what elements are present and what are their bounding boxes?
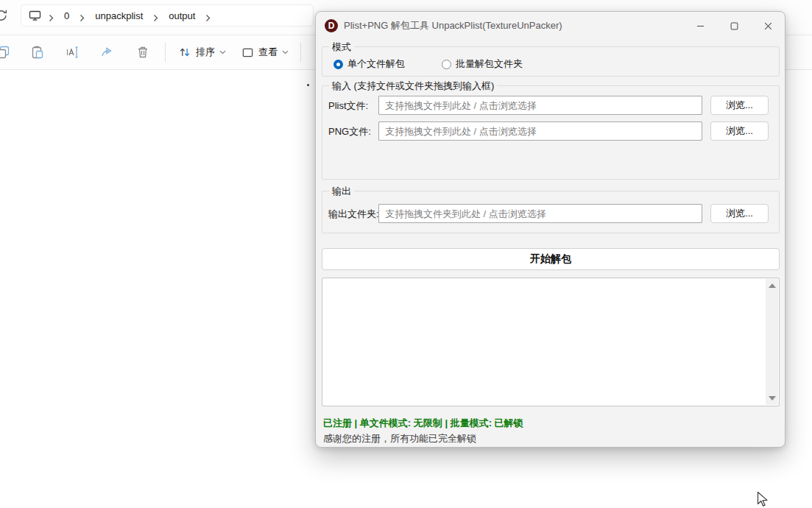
- log-text: [325, 280, 763, 404]
- png-file-row: PNG文件: 浏览...: [322, 121, 779, 141]
- view-icon: [241, 46, 254, 59]
- chevron-right-icon: [205, 12, 211, 20]
- share-icon[interactable]: [94, 41, 121, 63]
- breadcrumb[interactable]: 0 unpackplist output: [21, 4, 314, 27]
- input-group: 输入 (支持文件或文件夹拖拽到输入框) Plist文件: 浏览... PNG文件…: [322, 85, 780, 180]
- refresh-icon[interactable]: [0, 9, 8, 22]
- close-button[interactable]: [755, 15, 780, 36]
- sort-arrows-icon: [178, 46, 191, 59]
- toolbar-separator: [165, 43, 166, 62]
- output-folder-row: 输出文件夹: 浏览...: [322, 204, 779, 223]
- log-output-area[interactable]: [322, 278, 780, 406]
- radio-batch-folder-mode[interactable]: 批量解包文件夹: [442, 57, 523, 71]
- minimize-button[interactable]: [688, 15, 713, 36]
- toolbar-separator: [300, 43, 301, 62]
- dialog-title: Plist+PNG 解包工具 UnpackPlist(TextureUnPack…: [344, 19, 679, 32]
- more-options-icon[interactable]: [307, 84, 309, 86]
- sort-label: 排序: [196, 46, 215, 59]
- mode-group: 模式 单个文件解包 批量解包文件夹: [322, 46, 780, 77]
- chevron-right-icon: [49, 12, 54, 20]
- registration-status: 已注册 | 单文件模式: 无限制 | 批量模式: 已解锁: [323, 417, 523, 430]
- this-pc-monitor-icon: [29, 10, 41, 21]
- rename-icon[interactable]: [59, 41, 85, 63]
- dialog-titlebar: D Plist+PNG 解包工具 UnpackPlist(TextureUnPa…: [316, 12, 785, 40]
- breadcrumb-item-output[interactable]: output: [163, 9, 201, 23]
- view-label: 查看: [258, 46, 278, 59]
- unpackplist-dialog: D Plist+PNG 解包工具 UnpackPlist(TextureUnPa…: [315, 11, 785, 448]
- output-browse-button[interactable]: 浏览...: [710, 204, 769, 223]
- breadcrumb-item-unpackplist[interactable]: unpackplist: [89, 9, 149, 23]
- chevron-down-icon: [219, 50, 226, 54]
- output-folder-label: 输出文件夹:: [328, 208, 379, 221]
- mode-radio-row: 单个文件解包 批量解包文件夹: [333, 57, 523, 71]
- plist-file-row: Plist文件: 浏览...: [322, 96, 779, 115]
- plist-browse-button[interactable]: 浏览...: [710, 96, 769, 115]
- output-folder-input[interactable]: [378, 204, 702, 223]
- breadcrumb-item-0[interactable]: 0: [58, 9, 75, 23]
- output-group-legend: 输出: [329, 185, 354, 198]
- radio-single-file-mode[interactable]: 单个文件解包: [333, 57, 405, 71]
- scroll-down-icon[interactable]: [769, 396, 776, 401]
- chevron-right-icon: [80, 12, 85, 20]
- view-button[interactable]: 查看: [236, 41, 294, 63]
- radio-selected-icon: [333, 60, 343, 69]
- radio-label: 单个文件解包: [347, 57, 405, 71]
- log-scrollbar[interactable]: [766, 279, 778, 405]
- input-group-legend: 输入 (支持文件或文件夹拖拽到输入框): [329, 80, 497, 93]
- plist-file-input[interactable]: [378, 96, 702, 115]
- mode-group-legend: 模式: [329, 40, 354, 54]
- chevron-down-icon: [282, 50, 289, 54]
- radio-unselected-icon: [442, 60, 451, 69]
- radio-label: 批量解包文件夹: [456, 57, 523, 71]
- paste-icon[interactable]: [24, 41, 51, 63]
- app-logo-icon: D: [325, 19, 338, 32]
- sort-button[interactable]: 排序: [172, 41, 232, 63]
- copy-icon[interactable]: [0, 41, 16, 63]
- chevron-right-icon: [153, 12, 158, 20]
- start-unpack-button[interactable]: 开始解包: [322, 248, 780, 270]
- scroll-up-icon[interactable]: [769, 283, 776, 288]
- plist-file-label: Plist文件:: [328, 99, 368, 113]
- png-file-input[interactable]: [378, 121, 702, 141]
- png-browse-button[interactable]: 浏览...: [710, 121, 769, 141]
- png-file-label: PNG文件:: [328, 125, 371, 138]
- delete-icon[interactable]: [130, 41, 156, 63]
- maximize-button[interactable]: [721, 15, 746, 36]
- thanks-message: 感谢您的注册，所有功能已完全解锁: [323, 432, 476, 445]
- output-group: 输出 输出文件夹: 浏览...: [322, 191, 780, 233]
